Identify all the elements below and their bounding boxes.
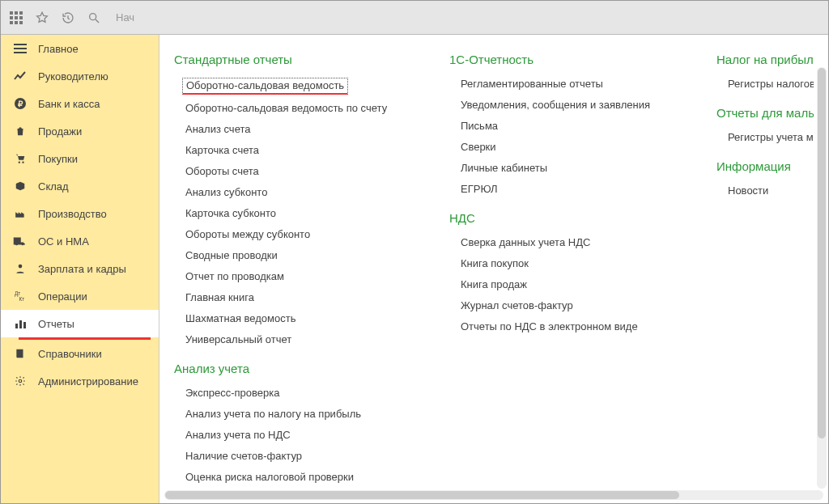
sidebar-item-label: Продажи bbox=[38, 125, 82, 138]
svg-rect-4 bbox=[15, 16, 18, 19]
link-summary-entries[interactable]: Сводные проводки bbox=[174, 249, 417, 261]
search-icon[interactable] bbox=[85, 9, 103, 27]
link-express-check[interactable]: Экспресс-проверка bbox=[174, 387, 417, 399]
toolbar: Нач bbox=[1, 1, 828, 35]
link-chess-sheet[interactable]: Шахматная ведомость bbox=[174, 312, 417, 324]
svg-line-10 bbox=[96, 19, 99, 23]
link-osv[interactable]: Оборотно-сальдовая ведомость bbox=[182, 78, 348, 95]
svg-rect-1 bbox=[15, 11, 18, 15]
link-universal-report[interactable]: Универсальный отчет bbox=[174, 333, 417, 345]
box-icon bbox=[11, 179, 30, 193]
menu-icon bbox=[11, 41, 30, 56]
svg-point-14 bbox=[19, 162, 20, 163]
sidebar-item-label: Банк и касса bbox=[38, 98, 100, 110]
svg-rect-22 bbox=[19, 320, 22, 328]
section-title-standard: Стандартные отчеты bbox=[174, 53, 417, 66]
link-tax-registers[interactable]: Регистры налогового учета bbox=[716, 78, 814, 90]
link-notifications[interactable]: Уведомления, сообщения и заявления bbox=[449, 99, 684, 111]
section-title-profit: Налог на прибыль bbox=[716, 53, 814, 66]
link-entries-report[interactable]: Отчет по проводкам bbox=[174, 270, 417, 282]
sidebar-item-label: Производство bbox=[38, 208, 107, 220]
ruble-icon: ₽ bbox=[11, 96, 30, 111]
link-subconto-turnover[interactable]: Обороты между субконто bbox=[174, 228, 417, 240]
svg-rect-7 bbox=[15, 21, 18, 24]
sidebar-item-warehouse[interactable]: Склад bbox=[1, 172, 159, 200]
bars-icon bbox=[11, 316, 30, 331]
sidebar-item-production[interactable]: Производство bbox=[1, 200, 159, 227]
svg-rect-5 bbox=[19, 16, 23, 19]
link-profit-tax-analysis[interactable]: Анализ учета по налогу на прибыль bbox=[174, 408, 417, 420]
svg-rect-21 bbox=[15, 324, 18, 328]
sidebar-item-label: Покупки bbox=[38, 153, 78, 165]
svg-rect-0 bbox=[10, 11, 13, 15]
sidebar-item-purchases[interactable]: Покупки bbox=[1, 145, 159, 172]
sidebar-item-reports[interactable]: Отчеты bbox=[1, 310, 159, 337]
link-regulated-reports[interactable]: Регламентированные отчеты bbox=[449, 78, 684, 90]
link-general-ledger[interactable]: Главная книга bbox=[174, 291, 417, 303]
star-icon[interactable] bbox=[33, 9, 51, 27]
svg-rect-6 bbox=[10, 21, 13, 24]
sidebar-item-operations[interactable]: ДтКтОперации bbox=[1, 282, 159, 310]
link-account-card[interactable]: Карточка счета bbox=[174, 144, 417, 156]
section-title-small: Отчеты для малых предпр bbox=[716, 106, 814, 120]
content-panel: Стандартные отчеты Оборотно-сальдовая ве… bbox=[159, 35, 828, 503]
factory-icon bbox=[11, 206, 30, 221]
link-tax-risk[interactable]: Оценка риска налоговой проверки bbox=[174, 471, 417, 483]
sidebar-item-label: Администрирование bbox=[38, 375, 138, 388]
sidebar-item-label: Склад bbox=[38, 180, 69, 193]
sidebar: Главное Руководителю ₽Банк и касса Прода… bbox=[1, 35, 159, 503]
apps-icon[interactable] bbox=[7, 9, 25, 27]
section-title-1c: 1С-Отчетность bbox=[449, 53, 684, 66]
link-subconto-analysis[interactable]: Анализ субконто bbox=[174, 186, 417, 198]
sidebar-item-hr[interactable]: Зарплата и кадры bbox=[1, 255, 159, 282]
svg-rect-3 bbox=[10, 16, 13, 19]
link-account-turnover[interactable]: Обороты счета bbox=[174, 165, 417, 177]
sidebar-item-sales[interactable]: Продажи bbox=[1, 117, 159, 145]
link-invoice-journal[interactable]: Журнал счетов-фактур bbox=[449, 299, 684, 311]
section-title-analysis: Анализ учета bbox=[174, 362, 417, 375]
link-purchase-book[interactable]: Книга покупок bbox=[449, 257, 684, 269]
link-vat-electronic[interactable]: Отчеты по НДС в электронном виде bbox=[449, 320, 684, 332]
sidebar-item-catalogs[interactable]: Справочники bbox=[1, 340, 159, 367]
link-small-registers[interactable]: Регистры учета малых пред bbox=[716, 131, 814, 143]
svg-text:Кт: Кт bbox=[19, 296, 25, 302]
svg-rect-2 bbox=[19, 11, 23, 15]
person-icon bbox=[11, 261, 30, 276]
bag-icon bbox=[11, 124, 30, 138]
sidebar-item-admin[interactable]: Администрирование bbox=[1, 367, 159, 395]
svg-rect-23 bbox=[23, 322, 26, 328]
vertical-scrollbar[interactable] bbox=[817, 67, 827, 489]
cart-icon bbox=[11, 151, 30, 166]
link-sales-book[interactable]: Книга продаж bbox=[449, 278, 684, 290]
link-subconto-card[interactable]: Карточка субконто bbox=[174, 207, 417, 219]
link-vat-reconcile[interactable]: Сверка данных учета НДС bbox=[449, 236, 684, 248]
chart-icon bbox=[11, 69, 30, 83]
sidebar-item-label: Зарплата и кадры bbox=[38, 263, 126, 275]
svg-point-18 bbox=[19, 265, 23, 269]
sidebar-item-main[interactable]: Главное bbox=[1, 35, 159, 62]
section-title-vat: НДС bbox=[449, 211, 684, 225]
link-news[interactable]: Новости bbox=[716, 184, 814, 197]
svg-point-16 bbox=[15, 243, 18, 245]
ops-icon: ДтКт bbox=[11, 289, 30, 303]
sidebar-item-assets[interactable]: ОС и НМА bbox=[1, 227, 159, 255]
svg-rect-8 bbox=[19, 21, 23, 24]
link-cabinets[interactable]: Личные кабинеты bbox=[449, 162, 684, 174]
toolbar-hint: Нач bbox=[116, 11, 134, 23]
link-reconciliations[interactable]: Сверки bbox=[449, 141, 684, 153]
history-icon[interactable] bbox=[59, 9, 77, 27]
sidebar-item-label: Руководителю bbox=[38, 70, 108, 83]
svg-point-9 bbox=[90, 13, 96, 19]
link-osv-account[interactable]: Оборотно-сальдовая ведомость по счету bbox=[174, 102, 417, 114]
sidebar-item-label: Отчеты bbox=[38, 318, 74, 330]
svg-point-15 bbox=[22, 162, 23, 163]
sidebar-item-label: Справочники bbox=[38, 348, 102, 360]
link-invoices-presence[interactable]: Наличие счетов-фактур bbox=[174, 450, 417, 462]
sidebar-item-bank[interactable]: ₽Банк и касса bbox=[1, 90, 159, 117]
link-account-analysis[interactable]: Анализ счета bbox=[174, 123, 417, 135]
horizontal-scrollbar[interactable] bbox=[164, 490, 823, 500]
link-vat-analysis[interactable]: Анализ учета по НДС bbox=[174, 429, 417, 441]
link-egrul[interactable]: ЕГРЮЛ bbox=[449, 183, 684, 195]
sidebar-item-manager[interactable]: Руководителю bbox=[1, 62, 159, 90]
link-letters[interactable]: Письма bbox=[449, 120, 684, 132]
